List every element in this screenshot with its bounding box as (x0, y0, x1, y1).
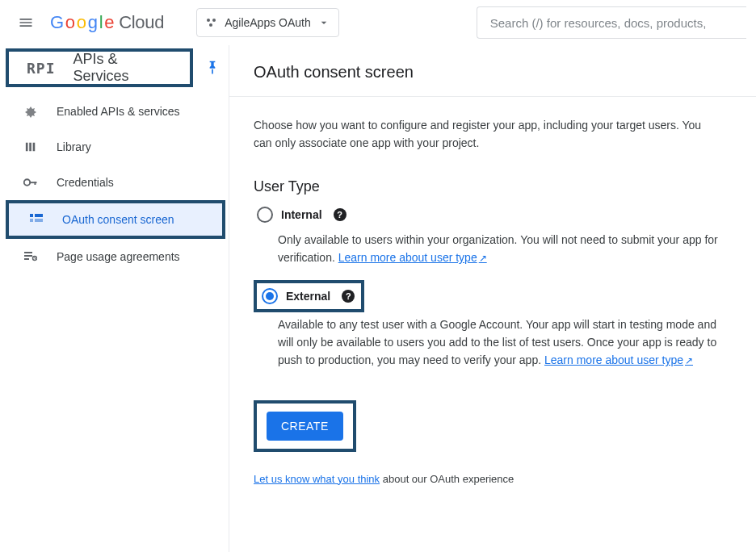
feedback-link[interactable]: Let us know what you think (254, 473, 380, 485)
sidebar-item-label: OAuth consent screen (62, 213, 174, 226)
svg-point-2 (209, 23, 212, 27)
feedback-suffix: about our OAuth experience (380, 473, 514, 485)
highlight-create: CREATE (254, 400, 356, 452)
external-link-icon: ↗ (479, 253, 487, 264)
highlight-external: External ? (254, 280, 364, 312)
feedback-line: Let us know what you think about our OAu… (254, 473, 722, 485)
key-icon (23, 177, 39, 188)
svg-rect-15 (24, 258, 29, 260)
library-icon (23, 141, 39, 153)
hamburger-menu-icon[interactable] (10, 6, 42, 39)
search-box (477, 6, 746, 39)
pin-icon[interactable] (204, 60, 220, 76)
sidebar-title: APIs & Services (74, 51, 175, 85)
sidebar-item-library[interactable]: Library (0, 129, 229, 165)
sidebar-item-label: Credentials (57, 176, 114, 189)
gcp-logo[interactable]: Google Cloud (50, 12, 164, 33)
svg-rect-10 (35, 214, 43, 217)
svg-rect-8 (35, 182, 36, 185)
svg-rect-12 (35, 219, 43, 222)
sidebar-item-enabled-apis[interactable]: Enabled APIs & services (0, 94, 229, 129)
radio-internal-label: Internal (281, 208, 322, 221)
svg-rect-14 (24, 255, 32, 257)
logo-product: Cloud (119, 12, 164, 33)
project-label: AgileApps OAuth (225, 16, 311, 29)
sidebar: RPI APIs & Services Enabled APIs & servi… (0, 45, 229, 552)
project-icon (205, 16, 218, 29)
user-type-heading: User Type (254, 178, 722, 195)
sidebar-item-label: Library (57, 140, 91, 153)
api-icon: RPI (27, 60, 56, 77)
help-icon[interactable]: ? (342, 290, 355, 303)
help-icon[interactable]: ? (334, 208, 346, 221)
sidebar-item-credentials[interactable]: Credentials (0, 165, 229, 200)
svg-point-6 (24, 179, 31, 186)
svg-rect-5 (33, 143, 36, 152)
radio-external[interactable] (262, 288, 278, 304)
sidebar-item-page-usage[interactable]: Page usage agreements (0, 239, 229, 274)
consent-screen-icon (28, 214, 44, 225)
intro-text: Choose how you want to configure and reg… (254, 116, 722, 153)
external-description: Available to any test user with a Google… (254, 312, 722, 383)
svg-rect-13 (24, 252, 32, 253)
radio-internal-row: Internal ? (254, 202, 722, 228)
project-selector[interactable]: AgileApps OAuth (196, 8, 339, 37)
main-header: OAuth consent screen (229, 45, 756, 97)
svg-rect-3 (26, 143, 28, 152)
svg-point-0 (207, 19, 210, 22)
radio-external-row: External ? (262, 288, 355, 304)
radio-internal[interactable] (257, 207, 273, 223)
internal-learn-more-link[interactable]: Learn more about user type↗ (338, 251, 487, 264)
main-content: OAuth consent screen Choose how you want… (229, 45, 756, 552)
external-learn-more-link[interactable]: Learn more about user type↗ (544, 353, 693, 366)
sidebar-item-label: Enabled APIs & services (57, 105, 180, 118)
search-input[interactable] (477, 6, 746, 39)
radio-external-label: External (286, 290, 330, 303)
enabled-apis-icon (23, 105, 39, 118)
svg-rect-11 (30, 219, 33, 222)
sidebar-item-label: Page usage agreements (57, 250, 180, 263)
create-button[interactable]: CREATE (267, 412, 343, 441)
sidebar-header[interactable]: RPI APIs & Services (6, 48, 193, 87)
usage-agreements-icon (23, 251, 39, 262)
svg-rect-4 (29, 143, 32, 152)
external-link-icon: ↗ (685, 355, 693, 366)
top-bar: Google Cloud AgileApps OAuth (0, 0, 756, 45)
sidebar-item-oauth-consent[interactable]: OAuth consent screen (6, 200, 225, 239)
svg-rect-9 (30, 214, 33, 217)
page-title: OAuth consent screen (254, 63, 756, 82)
svg-point-1 (212, 19, 216, 22)
chevron-down-icon (317, 16, 330, 29)
internal-description: Only available to users within your orga… (254, 228, 722, 280)
